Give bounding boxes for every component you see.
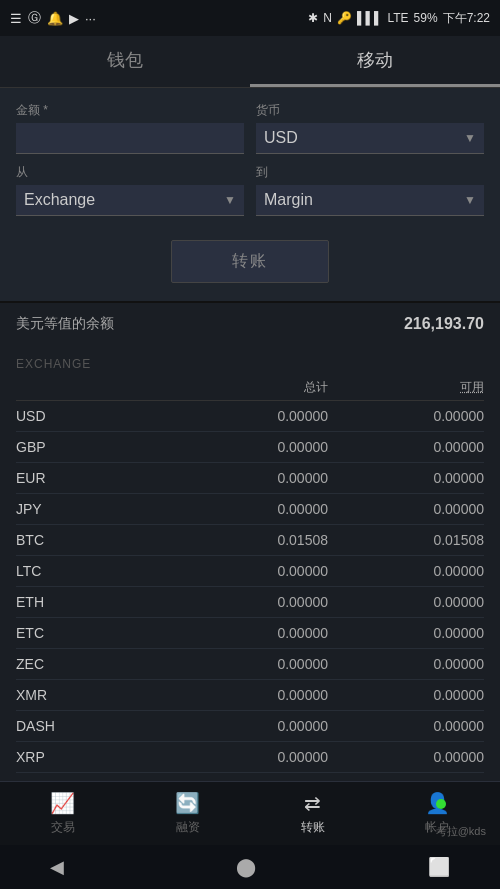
- row-currency: ETC: [16, 625, 172, 641]
- transfer-button[interactable]: 转账: [171, 240, 329, 283]
- row-available: 0.00000: [328, 625, 484, 641]
- nav-trade[interactable]: 📈 交易: [50, 791, 75, 836]
- table-row: EUR 0.00000 0.00000: [16, 463, 484, 494]
- table-header: 总计 可用: [16, 373, 484, 401]
- form-area: 金额 * 货币 USD ▼ 从 Exchange ▼ 到 Margin ▼: [0, 88, 500, 301]
- account-icon-wrap: 👤: [425, 791, 450, 815]
- amount-input[interactable]: [16, 123, 244, 154]
- row-total: 0.00000: [172, 408, 328, 424]
- status-left-icons: ☰ Ⓖ 🔔 ▶ ···: [10, 9, 96, 27]
- currency-field: 货币 USD ▼: [256, 102, 484, 154]
- to-value: Margin: [264, 191, 313, 209]
- row-total: 0.00000: [172, 594, 328, 610]
- table-row: BTC 0.01508 0.01508: [16, 525, 484, 556]
- balance-label: 美元等值的余额: [16, 315, 114, 333]
- row-currency: GBP: [16, 439, 172, 455]
- transfer-btn-row: 转账: [16, 226, 484, 293]
- lte-badge: LTE: [387, 11, 408, 25]
- nav-fund[interactable]: 🔄 融资: [175, 791, 200, 836]
- to-field: 到 Margin ▼: [256, 164, 484, 216]
- table-row: GBP 0.00000 0.00000: [16, 432, 484, 463]
- nav-transfer[interactable]: ⇄ 转账: [301, 791, 325, 836]
- home-button[interactable]: ⬤: [236, 856, 256, 878]
- row-currency: XMR: [16, 687, 172, 703]
- to-select[interactable]: Margin ▼: [256, 185, 484, 216]
- row-available: 0.00000: [328, 408, 484, 424]
- online-dot: [436, 799, 446, 809]
- row-total: 0.00000: [172, 501, 328, 517]
- balance-row: 美元等值的余额 216,193.70: [16, 315, 484, 333]
- transfer-label: 转账: [301, 819, 325, 836]
- tab-move[interactable]: 移动: [250, 36, 500, 87]
- row-total: 0.00000: [172, 687, 328, 703]
- dots-icon: ···: [85, 11, 96, 26]
- row-available: 0.00000: [328, 470, 484, 486]
- row-available: 0.00000: [328, 439, 484, 455]
- balance-value: 216,193.70: [404, 315, 484, 333]
- table-row: ETC 0.00000 0.00000: [16, 618, 484, 649]
- table-row: JPY 0.00000 0.00000: [16, 494, 484, 525]
- status-bar: ☰ Ⓖ 🔔 ▶ ··· ✱ Ν 🔑 ▌▌▌ LTE 59% 下午7:22: [0, 0, 500, 36]
- table-row: ZEC 0.00000 0.00000: [16, 649, 484, 680]
- table-row: DASH 0.00000 0.00000: [16, 711, 484, 742]
- exchange-label: EXCHANGE: [16, 351, 484, 373]
- trade-label: 交易: [51, 819, 75, 836]
- currency-value: USD: [264, 129, 298, 147]
- row-available: 0.00000: [328, 749, 484, 765]
- fund-label: 融资: [176, 819, 200, 836]
- row-total: 0.00000: [172, 470, 328, 486]
- to-label: 到: [256, 164, 484, 181]
- form-row-2: 从 Exchange ▼ 到 Margin ▼: [16, 164, 484, 216]
- time-display: 下午7:22: [443, 10, 490, 27]
- row-available: 0.00000: [328, 594, 484, 610]
- from-label: 从: [16, 164, 244, 181]
- status-right-icons: ✱ Ν 🔑 ▌▌▌ LTE 59% 下午7:22: [308, 10, 490, 27]
- row-total: 0.01508: [172, 532, 328, 548]
- transfer-icon: ⇄: [304, 791, 321, 815]
- row-currency: ETH: [16, 594, 172, 610]
- form-row-1: 金额 * 货币 USD ▼: [16, 102, 484, 154]
- signal-bars: ▌▌▌: [357, 11, 383, 25]
- row-currency: JPY: [16, 501, 172, 517]
- table-row: ETH 0.00000 0.00000: [16, 587, 484, 618]
- row-total: 0.00000: [172, 563, 328, 579]
- row-total: 0.00000: [172, 749, 328, 765]
- row-currency: BTC: [16, 532, 172, 548]
- play-icon: ▶: [69, 11, 79, 26]
- row-available: 0.00000: [328, 563, 484, 579]
- nfc-icon: Ν: [323, 11, 332, 25]
- bluetooth-icon: ✱: [308, 11, 318, 25]
- top-tabs: 钱包 移动: [0, 36, 500, 88]
- currency-select[interactable]: USD ▼: [256, 123, 484, 154]
- menu-icon: ☰: [10, 11, 22, 26]
- from-value: Exchange: [24, 191, 95, 209]
- back-button[interactable]: ◀: [50, 856, 64, 878]
- key-icon: 🔑: [337, 11, 352, 25]
- row-currency: ZEC: [16, 656, 172, 672]
- th-currency: [16, 379, 172, 396]
- row-currency: USD: [16, 408, 172, 424]
- row-available: 0.00000: [328, 687, 484, 703]
- currency-label: 货币: [256, 102, 484, 119]
- th-total: 总计: [172, 379, 328, 396]
- fund-icon: 🔄: [175, 791, 200, 815]
- tab-wallet[interactable]: 钱包: [0, 36, 250, 87]
- balance-section: 美元等值的余额 216,193.70: [0, 301, 500, 351]
- row-currency: LTC: [16, 563, 172, 579]
- brand-label: 考拉@kds: [436, 824, 486, 839]
- table-row: USD 0.00000 0.00000: [16, 401, 484, 432]
- trade-icon: 📈: [50, 791, 75, 815]
- row-available: 0.00000: [328, 656, 484, 672]
- table-row: XRP 0.00000 0.00000: [16, 742, 484, 773]
- row-total: 0.00000: [172, 439, 328, 455]
- recents-button[interactable]: ⬜: [428, 856, 450, 878]
- row-available: 0.00000: [328, 501, 484, 517]
- battery-level: 59%: [414, 11, 438, 25]
- row-available: 0.00000: [328, 718, 484, 734]
- from-field: 从 Exchange ▼: [16, 164, 244, 216]
- from-select[interactable]: Exchange ▼: [16, 185, 244, 216]
- table-row: XMR 0.00000 0.00000: [16, 680, 484, 711]
- notification-icon: 🔔: [47, 11, 63, 26]
- row-total: 0.00000: [172, 625, 328, 641]
- amount-label: 金额 *: [16, 102, 244, 119]
